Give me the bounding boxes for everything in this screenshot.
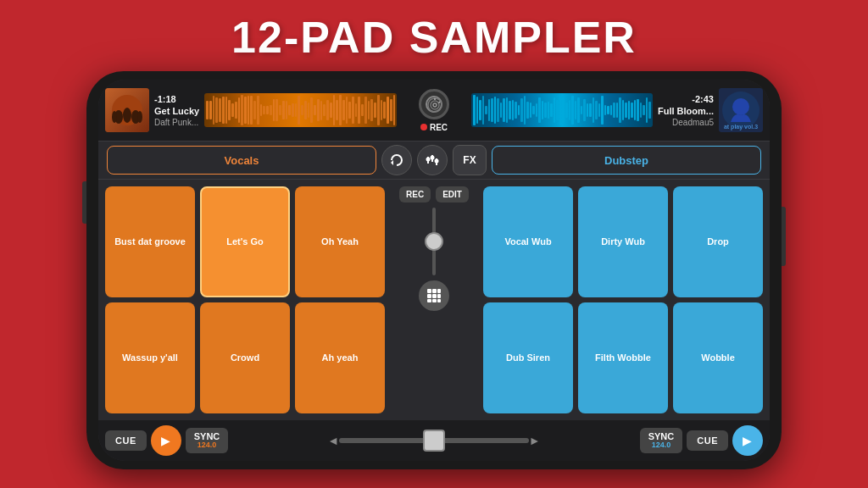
cue-button-right[interactable]: CUE xyxy=(687,430,728,451)
track-info-right: -2:43 Full Bloom... Deadmau5 xyxy=(658,94,714,127)
svg-point-8 xyxy=(433,103,437,107)
grid-icon-btn[interactable] xyxy=(419,280,449,311)
rec-dot xyxy=(420,124,427,130)
svg-rect-30 xyxy=(437,299,441,302)
phone-shell: -1:18 Get Lucky Daft Punk... xyxy=(86,71,782,469)
pad-left-5[interactable]: Ah yeah xyxy=(295,302,385,413)
pad-area: Bust dat grooveLet's GoOh YeahWassup y'a… xyxy=(98,180,770,420)
artist-right: Deadmau5 xyxy=(658,118,714,127)
pad-left-0[interactable]: Bust dat groove xyxy=(105,186,195,297)
svg-rect-22 xyxy=(427,289,431,293)
track-info-left: -1:18 Get Lucky Daft Punk... xyxy=(154,94,199,127)
svg-point-21 xyxy=(435,159,439,164)
arrow-left-icon: ◄ xyxy=(327,434,339,447)
center-fader: REC EDIT xyxy=(392,186,476,413)
control-bar: Vocals FX Dubstep xyxy=(98,141,770,180)
album-art-left xyxy=(105,88,149,132)
svg-point-5 xyxy=(137,111,142,123)
track-name-left: Get Lucky xyxy=(154,106,199,116)
transport-bar: CUE ▶ SYNC 124.0 ◄ ► SYNC 124.0 xyxy=(98,420,770,461)
play-button-left[interactable]: ▶ xyxy=(151,425,181,456)
svg-line-10 xyxy=(439,102,441,103)
center-vinyl: REC xyxy=(400,89,468,132)
top-bar: -1:18 Get Lucky Daft Punk... xyxy=(98,80,770,141)
deck-right: -2:43 Full Bloom... Deadmau5 at play vol… xyxy=(471,88,763,132)
edit-button[interactable]: EDIT xyxy=(436,186,469,202)
crossfader-track xyxy=(339,438,529,443)
pad-grid-right: Vocal WubDirty WubDropDub SirenFilth Wob… xyxy=(483,186,763,413)
rec-indicator: REC xyxy=(420,123,448,132)
pad-right-3[interactable]: Dub Siren xyxy=(483,302,573,413)
waveform-left xyxy=(204,93,397,127)
svg-rect-28 xyxy=(427,299,431,302)
svg-text:at play vol.3: at play vol.3 xyxy=(724,124,758,130)
svg-rect-26 xyxy=(432,294,437,298)
svg-rect-25 xyxy=(427,294,431,298)
svg-point-4 xyxy=(112,111,117,123)
transport-right: SYNC 124.0 CUE ▶ xyxy=(550,425,763,456)
svg-marker-15 xyxy=(391,160,393,165)
vinyl-icon xyxy=(419,89,449,119)
cue-button-left[interactable]: CUE xyxy=(105,430,147,451)
deck-left: -1:18 Get Lucky Daft Punk... xyxy=(105,88,397,132)
svg-point-7 xyxy=(431,101,439,109)
fx-btn[interactable]: FX xyxy=(453,145,487,175)
track-name-right: Full Bloom... xyxy=(658,106,714,116)
svg-rect-24 xyxy=(437,289,441,293)
artist-left: Daft Punk... xyxy=(154,118,199,127)
category-right-btn[interactable]: Dubstep xyxy=(492,146,761,175)
arrow-right-icon: ► xyxy=(529,434,541,447)
time-right: -2:43 xyxy=(658,94,714,104)
pad-right-1[interactable]: Dirty Wub xyxy=(578,186,668,297)
pad-right-5[interactable]: Wobble xyxy=(673,302,763,413)
fader-thumb[interactable] xyxy=(425,232,443,251)
svg-point-19 xyxy=(426,158,431,162)
pad-right-4[interactable]: Filth Wobble xyxy=(578,302,668,413)
play-button-right[interactable]: ▶ xyxy=(732,425,763,456)
page-title: 12-PAD SAMPLER xyxy=(231,12,637,63)
pad-grid-left: Bust dat grooveLet's GoOh YeahWassup y'a… xyxy=(105,186,385,413)
rec-label: REC xyxy=(430,123,448,132)
eq-btn[interactable] xyxy=(417,145,448,175)
sync-button-left[interactable]: SYNC 124.0 xyxy=(186,428,229,453)
svg-point-13 xyxy=(732,98,749,115)
svg-rect-23 xyxy=(432,289,437,293)
pad-left-1[interactable]: Let's Go xyxy=(200,186,290,297)
sync-button-right[interactable]: SYNC 124.0 xyxy=(640,428,683,453)
rec-edit-row: REC EDIT xyxy=(392,186,476,202)
pad-right-2[interactable]: Drop xyxy=(673,186,763,297)
fader-track xyxy=(432,208,436,275)
rec-button[interactable]: REC xyxy=(399,186,431,202)
svg-rect-27 xyxy=(437,294,441,298)
svg-point-20 xyxy=(431,156,435,160)
svg-rect-29 xyxy=(432,299,437,302)
transport-left: CUE ▶ SYNC 124.0 xyxy=(105,425,318,456)
category-left-btn[interactable]: Vocals xyxy=(107,146,376,175)
pad-right-0[interactable]: Vocal Wub xyxy=(483,186,573,297)
loop-btn[interactable] xyxy=(381,145,412,175)
screen: -1:18 Get Lucky Daft Punk... xyxy=(98,80,770,461)
pad-left-2[interactable]: Oh Yeah xyxy=(295,186,385,297)
crossfader-thumb[interactable] xyxy=(423,430,445,452)
waveform-right xyxy=(471,93,653,127)
pad-left-3[interactable]: Wassup y'all xyxy=(105,302,195,413)
svg-point-2 xyxy=(123,108,131,123)
pad-left-4[interactable]: Crowd xyxy=(200,302,290,413)
crossfader-area: ◄ ► xyxy=(322,434,545,447)
time-left: -1:18 xyxy=(154,94,199,104)
album-art-right: at play vol.3 xyxy=(719,88,763,132)
